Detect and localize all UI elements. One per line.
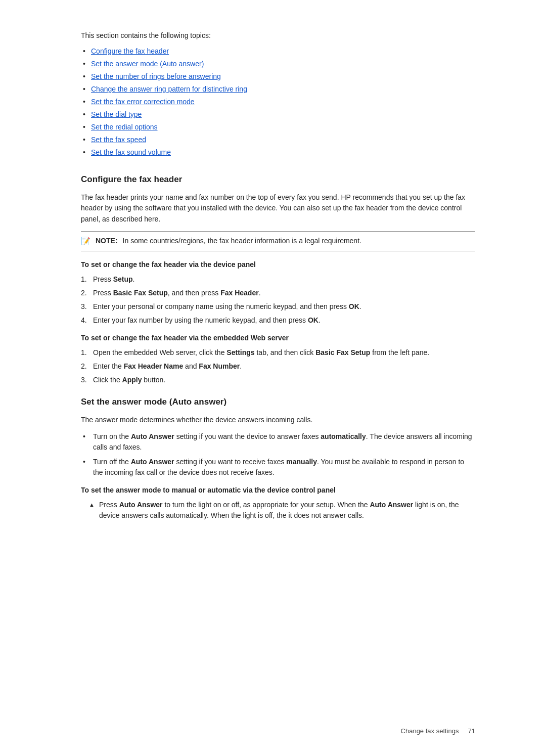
toc-list: Configure the fax header Set the answer … xyxy=(91,46,475,158)
toc-item-9[interactable]: Set the fax sound volume xyxy=(91,147,475,158)
section2-bullet-2: Turn off the Auto Answer setting if you … xyxy=(91,457,475,478)
section-set-answer-mode: Set the answer mode (Auto answer) The an… xyxy=(81,395,475,521)
toc-item-2[interactable]: Set the answer mode (Auto answer) xyxy=(91,59,475,69)
section1-body: The fax header prints your name and fax … xyxy=(81,192,475,225)
section2-heading: Set the answer mode (Auto answer) xyxy=(81,395,475,409)
note-label: NOTE: xyxy=(96,236,118,246)
toc-item-1[interactable]: Configure the fax header xyxy=(91,46,475,57)
step-2-1: 1. Open the embedded Web server, click t… xyxy=(81,347,475,358)
section2-bullet-list: Turn on the Auto Answer setting if you w… xyxy=(91,431,475,478)
section2-bullet-1: Turn on the Auto Answer setting if you w… xyxy=(91,431,475,453)
toc-link-8[interactable]: Set the fax speed xyxy=(91,136,146,144)
toc-link-3[interactable]: Set the number of rings before answering xyxy=(91,72,221,80)
section1-heading: Configure the fax header xyxy=(81,173,475,186)
section-configure-fax-header: Configure the fax header The fax header … xyxy=(81,173,475,385)
step-1-3: 3. Enter your personal or company name u… xyxy=(81,301,475,312)
footer-section-label: Change fax settings xyxy=(401,726,459,736)
note-text: In some countries/regions, the fax heade… xyxy=(123,236,361,246)
note-icon: 📝 xyxy=(81,236,90,247)
section1-sub1-heading: To set or change the fax header via the … xyxy=(81,259,475,270)
toc-item-3[interactable]: Set the number of rings before answering xyxy=(91,71,475,82)
toc-link-7[interactable]: Set the redial options xyxy=(91,123,158,131)
page-number: 71 xyxy=(468,726,475,736)
toc-item-6[interactable]: Set the dial type xyxy=(91,109,475,120)
step-1-1: 1. Press Setup. xyxy=(81,274,475,285)
toc-link-9[interactable]: Set the fax sound volume xyxy=(91,148,171,156)
intro-text: This section contains the following topi… xyxy=(81,30,475,41)
step-1-4: 4. Enter your fax number by using the nu… xyxy=(81,315,475,326)
toc-link-1[interactable]: Configure the fax header xyxy=(91,47,169,55)
step-2-3: 3. Click the Apply button. xyxy=(81,375,475,385)
note-box: 📝 NOTE: In some countries/regions, the f… xyxy=(81,231,475,252)
toc-item-8[interactable]: Set the fax speed xyxy=(91,135,475,145)
toc-item-5[interactable]: Set the fax error correction mode xyxy=(91,97,475,107)
section2-triangle-1: Press Auto Answer to turn the light on o… xyxy=(91,500,475,521)
section2-body: The answer mode determines whether the d… xyxy=(81,415,475,426)
section1-sub2-steps: 1. Open the embedded Web server, click t… xyxy=(81,347,475,385)
toc-link-4[interactable]: Change the answer ring pattern for disti… xyxy=(91,85,247,93)
toc-link-5[interactable]: Set the fax error correction mode xyxy=(91,98,195,106)
toc-link-2[interactable]: Set the answer mode (Auto answer) xyxy=(91,60,204,68)
section2-triangle-list: Press Auto Answer to turn the light on o… xyxy=(91,500,475,521)
toc-link-6[interactable]: Set the dial type xyxy=(91,110,142,118)
toc-item-4[interactable]: Change the answer ring pattern for disti… xyxy=(91,84,475,95)
page-footer: Change fax settings 71 xyxy=(0,726,546,736)
step-2-2: 2. Enter the Fax Header Name and Fax Num… xyxy=(81,361,475,372)
section1-sub1-steps: 1. Press Setup. 2. Press Basic Fax Setup… xyxy=(81,274,475,326)
section2-sub1-heading: To set the answer mode to manual or auto… xyxy=(81,485,475,496)
step-1-2: 2. Press Basic Fax Setup, and then press… xyxy=(81,288,475,298)
section1-sub2-heading: To set or change the fax header via the … xyxy=(81,333,475,343)
toc-item-7[interactable]: Set the redial options xyxy=(91,122,475,132)
